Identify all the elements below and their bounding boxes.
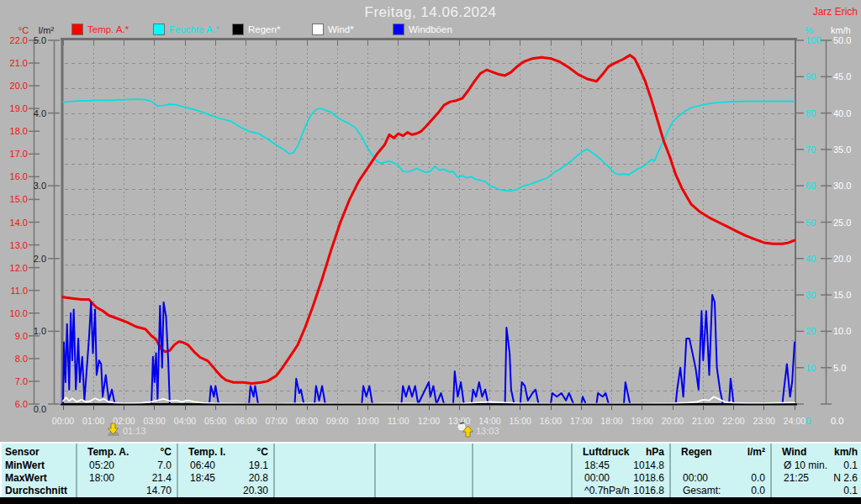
moonset-time-label: 01:13	[123, 426, 146, 436]
max-time: 00:00	[683, 472, 708, 485]
table-cell-min: Ø 10 min.0.1	[772, 459, 861, 472]
x-axis-label: 12:00	[418, 416, 440, 426]
rain-tick-label: 1.0	[34, 326, 46, 336]
x-axis-label: 03:00	[144, 416, 166, 426]
table-cell-avg	[473, 485, 571, 497]
table-col-temp-i-: Temp. I.°C06:4019.118:4520.820.30	[177, 444, 273, 497]
table-cell-min	[671, 459, 770, 472]
rain-tick-label: 4.0	[34, 108, 46, 118]
windspeed-tick-label: 15.0	[833, 290, 851, 300]
sensor-name: Regen	[681, 444, 712, 460]
temp-tick-label: 14.0	[10, 218, 28, 228]
x-axis-label: 19:00	[631, 416, 653, 426]
table-cell-max: 00:001018.6	[573, 472, 669, 485]
x-axis-label: 10:00	[357, 416, 378, 426]
min-value: 7.0	[157, 459, 172, 472]
bottom-strip	[0, 497, 861, 504]
table-row-label: Sensor	[2, 444, 76, 459]
temp-tick-label: 15.0	[10, 194, 28, 204]
temp-tick-label: 20.0	[10, 81, 28, 91]
x-axis-label: 11:00	[388, 416, 409, 426]
table-cell-min: 18:451014.8	[573, 459, 669, 472]
table-col-empty-2	[273, 444, 374, 497]
x-axis-label: 04:00	[174, 416, 196, 426]
temp-tick-label: 9.0	[15, 331, 28, 341]
humidity-tick-label: 20	[806, 326, 816, 336]
row-label-text: MaxWert	[5, 472, 47, 485]
table-col-regen: Regenl/m²00:000.0Gesamt:0.0	[669, 444, 770, 497]
table-cell-min: 06:4019.1	[178, 459, 273, 472]
table-col-temp-a-: Temp. A.°C05:207.018:0021.414.70	[76, 444, 177, 497]
temp-tick-label: 13.0	[10, 240, 28, 250]
windspeed-tick-label: 35.0	[833, 144, 851, 155]
sensor-name: Temp. I.	[188, 444, 225, 460]
min-value: 0.1	[843, 459, 858, 472]
row-label-text: Sensor	[5, 444, 40, 460]
x-axis-label: 15:00	[510, 416, 531, 426]
temp-axis-unit: °C	[18, 25, 29, 35]
min-time: 06:40	[190, 459, 215, 472]
humidity-axis-unit: %	[805, 25, 813, 35]
rain-tick-label: 2.0	[34, 254, 46, 264]
humidity-tick-label: 60	[806, 181, 816, 191]
temp-tick-label: 19.0	[10, 103, 28, 113]
sensor-unit: °C	[257, 444, 268, 460]
weather-chart-screen: Freitag, 14.06.2024 Jarz Erich Temp. A.*…	[0, 0, 861, 504]
avg-value: 1016.8	[633, 485, 664, 497]
humidity-tick-label: 40	[806, 254, 816, 264]
table-col-wind: Windkm/hØ 10 min.0.121:25N 2.60.1	[770, 444, 861, 497]
table-col-empty-3	[374, 444, 472, 497]
table-cell-avg: ^0.7hPa/h1016.8	[573, 485, 669, 497]
table-cell-min	[376, 459, 472, 472]
max-time: 00:00	[584, 472, 610, 485]
x-axis-label: 21:00	[692, 416, 714, 426]
table-cell-min: 05:207.0	[77, 459, 177, 472]
temp-tick-label: 22.0	[10, 35, 28, 45]
table-cell-max: 18:0021.4	[77, 472, 177, 485]
x-axis-label: 24:00	[784, 416, 806, 426]
humidity-tick-label: 0	[806, 416, 811, 426]
windspeed-tick-label: 25.0	[833, 218, 851, 228]
x-axis-label: 22:00	[722, 416, 744, 426]
x-axis-label: 00:00	[52, 416, 74, 426]
sensor-name: Wind	[782, 444, 806, 460]
table-cell-min	[473, 459, 571, 472]
max-value: 21.4	[152, 472, 172, 485]
windspeed-axis-unit: km/h	[831, 25, 851, 35]
avg-value: 0.1	[843, 485, 858, 497]
table-col-header: Windkm/h	[772, 444, 861, 459]
avg-time: Gesamt:	[683, 485, 721, 497]
moonrise-time-label: 13:03	[476, 426, 499, 436]
table-cell-max: 21:25N 2.6	[772, 472, 861, 485]
x-axis-label: 17:00	[570, 416, 592, 426]
table-col-header	[473, 444, 571, 459]
max-time: 21:25	[784, 472, 809, 485]
table-col-row-labels: SensorMinWertMaxWertDurchschnitt	[2, 444, 76, 497]
row-label-text: MinWert	[5, 459, 45, 472]
max-value: 1018.6	[633, 472, 664, 485]
sensor-unit: °C	[161, 444, 172, 460]
table-cell-avg	[376, 485, 472, 497]
windspeed-tick-label: 40.0	[833, 108, 851, 118]
temp-tick-label: 8.0	[15, 354, 28, 364]
rain-tick-label: 5.0	[34, 35, 46, 45]
table-col-luftdruck: LuftdruckhPa18:451014.800:001018.6^0.7hP…	[571, 444, 669, 497]
humidity-tick-label: 30	[806, 290, 816, 300]
x-axis-label: 18:00	[600, 416, 622, 426]
humidity-tick-label: 90	[806, 71, 816, 81]
min-time: 18:45	[584, 459, 610, 472]
stats-table: SensorMinWertMaxWertDurchschnittTemp. A.…	[0, 442, 861, 497]
rain-tick-label: 3.0	[34, 181, 46, 191]
table-col-header: Temp. I.°C	[178, 444, 273, 459]
windspeed-tick-label: 5.0	[833, 363, 846, 373]
min-time: Ø 10 min.	[784, 459, 827, 472]
max-value: N 2.6	[833, 472, 858, 485]
sensor-name: Luftdruck	[583, 444, 629, 460]
table-col-header	[275, 444, 374, 459]
rain-axis-unit: l/m²	[39, 25, 55, 35]
min-value: 19.1	[249, 459, 268, 472]
windspeed-tick-label: 0.0	[831, 416, 843, 426]
windspeed-tick-label: 10.0	[833, 326, 851, 336]
avg-value: 20.30	[243, 485, 268, 497]
row-label-text: Durchschnitt	[5, 485, 67, 497]
